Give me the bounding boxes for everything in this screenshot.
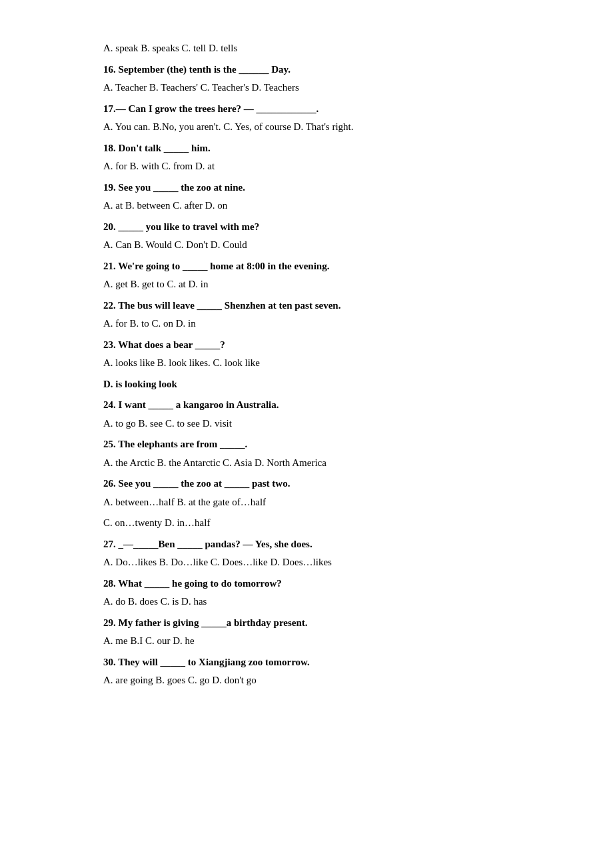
answer-intro-text: A. speak B. speaks C. tell D. tells bbox=[103, 40, 520, 57]
question-21: 21. We're going to _____ home at 8:00 in… bbox=[103, 258, 520, 293]
question-30: 30. They will _____ to Xiangjiang zoo to… bbox=[103, 654, 520, 689]
question-17: 17.— Can I grow the trees here? — ______… bbox=[103, 101, 520, 136]
q17-answer: A. You can. B.No, you aren't. C. Yes, of… bbox=[103, 119, 520, 136]
question-28: 28. What _____ he going to do tomorrow? … bbox=[103, 575, 520, 611]
question-19: 19. See you _____ the zoo at nine. A. at… bbox=[103, 179, 520, 215]
question-16: 16. September (the) tenth is the ______ … bbox=[103, 61, 520, 97]
q16-text: 16. September (the) tenth is the ______ … bbox=[103, 61, 520, 79]
q22-answer: A. for B. to C. on D. in bbox=[103, 315, 520, 333]
q19-answer: A. at B. between C. after D. on bbox=[103, 197, 520, 215]
q22-text: 22. The bus will leave _____ Shenzhen at… bbox=[103, 297, 520, 315]
question-20: 20. _____ you like to travel with me? A.… bbox=[103, 219, 520, 254]
q28-answer: A. do B. does C. is D. has bbox=[103, 593, 520, 611]
q23-extra: D. is looking look bbox=[103, 376, 520, 393]
q27-text: 27. _—_____Ben _____ pandas? — Yes, she … bbox=[103, 536, 520, 553]
q21-text: 21. We're going to _____ home at 8:00 in… bbox=[103, 258, 520, 275]
q25-answer: A. the Arctic B. the Antarctic C. Asia D… bbox=[103, 455, 520, 472]
q16-answer: A. Teacher B. Teachers' C. Teacher's D. … bbox=[103, 79, 520, 97]
q20-answer: A. Can B. Would C. Don't D. Could bbox=[103, 237, 520, 254]
q30-answer: A. are going B. goes C. go D. don't go bbox=[103, 672, 520, 689]
q26-extra: C. on…twenty D. in…half bbox=[103, 515, 520, 532]
q30-text: 30. They will _____ to Xiangjiang zoo to… bbox=[103, 654, 520, 671]
question-23: 23. What does a bear _____? A. looks lik… bbox=[103, 337, 520, 393]
q21-answer: A. get B. get to C. at D. in bbox=[103, 276, 520, 293]
q20-text: 20. _____ you like to travel with me? bbox=[103, 219, 520, 236]
q28-text: 28. What _____ he going to do tomorrow? bbox=[103, 575, 520, 593]
quiz-container: A. speak B. speaks C. tell D. tells 16. … bbox=[103, 40, 520, 689]
q24-answer: A. to go B. see C. to see D. visit bbox=[103, 415, 520, 433]
question-25: 25. The elephants are from _____. A. the… bbox=[103, 436, 520, 471]
question-18: 18. Don't talk _____ him. A. for B. with… bbox=[103, 140, 520, 175]
q18-answer: A. for B. with C. from D. at bbox=[103, 158, 520, 175]
question-22: 22. The bus will leave _____ Shenzhen at… bbox=[103, 297, 520, 333]
q29-text: 29. My father is giving _____a birthday … bbox=[103, 615, 520, 632]
q17-text: 17.— Can I grow the trees here? — ______… bbox=[103, 101, 520, 118]
q18-text: 18. Don't talk _____ him. bbox=[103, 140, 520, 157]
q26-answer: A. between…half B. at the gate of…half bbox=[103, 494, 520, 511]
q27-answer: A. Do…likes B. Do…like C. Does…like D. D… bbox=[103, 554, 520, 571]
q19-text: 19. See you _____ the zoo at nine. bbox=[103, 179, 520, 197]
question-27: 27. _—_____Ben _____ pandas? — Yes, she … bbox=[103, 536, 520, 571]
question-26: 26. See you _____ the zoo at _____ past … bbox=[103, 475, 520, 532]
q24-text: 24. I want _____ a kangaroo in Australia… bbox=[103, 397, 520, 414]
q25-text: 25. The elephants are from _____. bbox=[103, 436, 520, 453]
q23-answer: A. looks like B. look likes. C. look lik… bbox=[103, 355, 520, 372]
question-24: 24. I want _____ a kangaroo in Australia… bbox=[103, 397, 520, 432]
q29-answer: A. me B.I C. our D. he bbox=[103, 633, 520, 650]
q23-text: 23. What does a bear _____? bbox=[103, 337, 520, 354]
answer-intro: A. speak B. speaks C. tell D. tells bbox=[103, 40, 520, 57]
q26-text: 26. See you _____ the zoo at _____ past … bbox=[103, 475, 520, 493]
question-29: 29. My father is giving _____a birthday … bbox=[103, 615, 520, 650]
